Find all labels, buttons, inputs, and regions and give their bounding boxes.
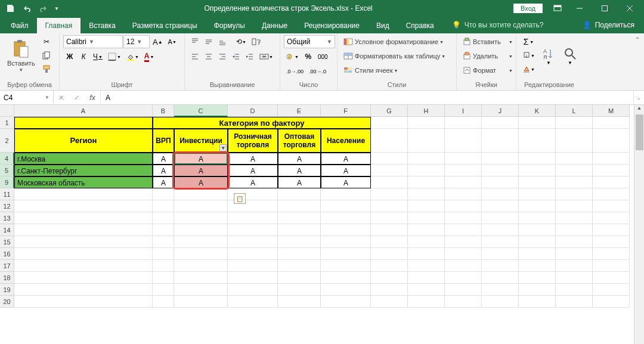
- cell[interactable]: [519, 272, 556, 284]
- cell[interactable]: [153, 224, 174, 236]
- cell[interactable]: [278, 248, 321, 260]
- cell[interactable]: [153, 260, 174, 272]
- tab-home[interactable]: Главная: [37, 18, 81, 33]
- decrease-indent-icon[interactable]: [230, 50, 243, 63]
- row-header[interactable]: 18: [0, 272, 14, 284]
- cell[interactable]: [519, 153, 556, 165]
- cell[interactable]: [556, 176, 593, 188]
- cell[interactable]: [482, 212, 519, 224]
- format-as-table-button[interactable]: Форматировать как таблицу▼: [341, 49, 454, 63]
- cell[interactable]: [14, 212, 153, 224]
- cell[interactable]: [519, 188, 556, 200]
- cell[interactable]: [556, 165, 593, 176]
- cell[interactable]: [445, 117, 482, 129]
- cell[interactable]: [556, 296, 593, 308]
- tab-file[interactable]: Файл: [2, 18, 37, 33]
- cell[interactable]: [278, 188, 321, 200]
- cell[interactable]: [153, 272, 174, 284]
- decrease-decimal-icon[interactable]: .00→.0: [306, 65, 329, 78]
- cell[interactable]: [408, 236, 445, 248]
- fill-icon[interactable]: ▼: [520, 49, 537, 62]
- paste-options-icon[interactable]: 📋: [234, 193, 246, 204]
- cell[interactable]: [321, 272, 371, 284]
- cell[interactable]: [445, 153, 482, 165]
- cell[interactable]: [408, 248, 445, 260]
- cell[interactable]: A: [174, 153, 228, 165]
- cell[interactable]: [408, 224, 445, 236]
- insert-function-icon[interactable]: fx: [85, 91, 100, 104]
- share-button[interactable]: 👤 Поделиться: [583, 17, 644, 33]
- cell[interactable]: [321, 296, 371, 308]
- cell[interactable]: [556, 284, 593, 296]
- cell[interactable]: [14, 200, 153, 212]
- cell[interactable]: [371, 248, 408, 260]
- cell[interactable]: [593, 117, 630, 129]
- enter-formula-icon[interactable]: ✓: [69, 91, 85, 104]
- cell[interactable]: Оптовая торговля: [278, 129, 321, 153]
- cell[interactable]: Инвестиции▾: [174, 129, 228, 153]
- col-header[interactable]: B: [153, 105, 174, 117]
- format-painter-icon[interactable]: [40, 63, 53, 76]
- cell[interactable]: [445, 272, 482, 284]
- cell[interactable]: A: [278, 153, 321, 165]
- tab-help[interactable]: Справка: [398, 18, 442, 33]
- clear-icon[interactable]: ▼: [520, 63, 537, 76]
- cell[interactable]: [408, 260, 445, 272]
- name-box[interactable]: C4▼: [0, 91, 54, 104]
- col-header[interactable]: E: [278, 105, 321, 117]
- cell[interactable]: [445, 236, 482, 248]
- increase-decimal-icon[interactable]: .0→.00: [284, 65, 306, 78]
- cell[interactable]: A: [321, 153, 371, 165]
- scrollbar-thumb[interactable]: [636, 114, 643, 150]
- cell[interactable]: [371, 117, 408, 129]
- align-top-icon[interactable]: [188, 35, 202, 48]
- cell[interactable]: [593, 236, 630, 248]
- cell[interactable]: [593, 153, 630, 165]
- cell[interactable]: [445, 260, 482, 272]
- login-button[interactable]: Вход: [513, 4, 543, 13]
- percent-format-icon[interactable]: %: [302, 50, 315, 63]
- cell[interactable]: [228, 236, 278, 248]
- minimize-button[interactable]: [568, 0, 592, 17]
- col-header[interactable]: F: [321, 105, 371, 117]
- cell[interactable]: A: [228, 176, 278, 188]
- cell[interactable]: [556, 212, 593, 224]
- cell[interactable]: A: [278, 176, 321, 188]
- formula-bar-input[interactable]: A: [101, 91, 633, 104]
- cell[interactable]: A: [153, 165, 174, 176]
- cell[interactable]: A: [228, 153, 278, 165]
- cell[interactable]: [371, 129, 408, 153]
- row-header[interactable]: 1: [0, 117, 14, 129]
- tab-page-layout[interactable]: Разметка страницы: [124, 18, 206, 33]
- cell[interactable]: [445, 200, 482, 212]
- cell[interactable]: [174, 188, 228, 200]
- cell[interactable]: [174, 272, 228, 284]
- cell[interactable]: [278, 236, 321, 248]
- cell[interactable]: [556, 153, 593, 165]
- cell[interactable]: [228, 224, 278, 236]
- cell[interactable]: [371, 296, 408, 308]
- cell[interactable]: [174, 224, 228, 236]
- cell[interactable]: [593, 224, 630, 236]
- cell[interactable]: [482, 284, 519, 296]
- cell[interactable]: [14, 284, 153, 296]
- cell[interactable]: [519, 117, 556, 129]
- redo-icon[interactable]: [36, 1, 51, 16]
- cell-category-header[interactable]: Категория по фактору: [153, 117, 371, 129]
- cell-region-header[interactable]: Регион: [14, 129, 153, 153]
- cell[interactable]: [321, 212, 371, 224]
- autosum-icon[interactable]: Σ▼: [520, 35, 537, 48]
- insert-cells-button[interactable]: Вставить▼: [460, 35, 515, 48]
- bold-button[interactable]: Ж: [63, 50, 76, 63]
- cell[interactable]: [321, 248, 371, 260]
- cell[interactable]: [519, 260, 556, 272]
- cell[interactable]: [519, 224, 556, 236]
- cell[interactable]: [593, 188, 630, 200]
- cell[interactable]: [408, 272, 445, 284]
- save-icon[interactable]: [2, 1, 18, 16]
- cell[interactable]: [153, 212, 174, 224]
- sort-filter-button[interactable]: AЯ▼: [538, 35, 559, 77]
- cell[interactable]: [321, 284, 371, 296]
- fill-color-icon[interactable]: ▼: [124, 50, 141, 63]
- cell[interactable]: [174, 260, 228, 272]
